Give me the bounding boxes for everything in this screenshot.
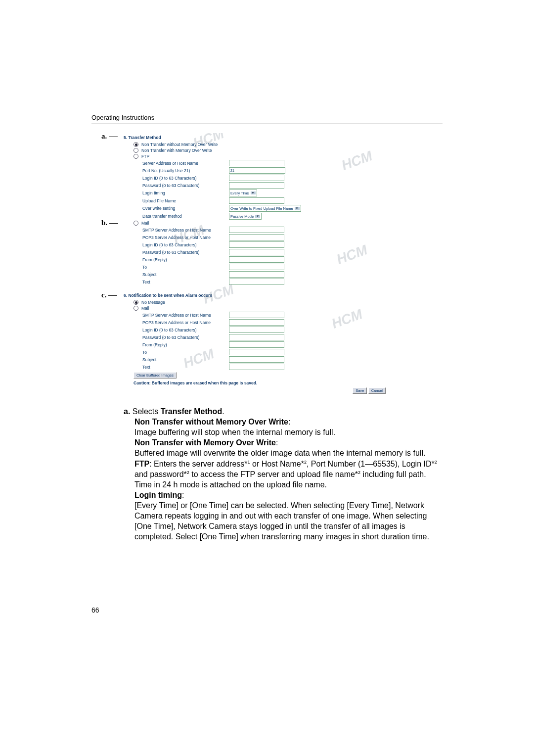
mail-to-label: To bbox=[142, 265, 229, 270]
page-header: Operating Instructions bbox=[91, 114, 443, 124]
mail2-smtp-label: SMTP Server Address or Host Name bbox=[142, 313, 229, 318]
mail-from-label: From (Reply) bbox=[142, 257, 229, 262]
page-number: 66 bbox=[91, 606, 443, 614]
section6-title: 6. Notification to be sent when Alarm oc… bbox=[124, 293, 400, 298]
ftp-upfile-label: Upload File Name bbox=[142, 198, 229, 203]
ftp-method-label: Data transfer method bbox=[142, 214, 229, 219]
mail2-smtp-input[interactable] bbox=[229, 312, 284, 318]
mail2-pop3-label: POP3 Server Address or Host Name bbox=[142, 320, 229, 325]
mail2-to-input[interactable] bbox=[229, 349, 284, 355]
cancel-button[interactable]: Cancel bbox=[368, 387, 386, 394]
ftp-server-label: Server Address or Host Name bbox=[142, 161, 229, 166]
mail2-pass-label: Password (0 to 63 Characters) bbox=[142, 335, 229, 340]
mail-pop3-input[interactable] bbox=[229, 234, 284, 240]
ftp-overwrite-select[interactable]: Over Write to Fixed Upload File Name▼ bbox=[229, 205, 301, 212]
mail-smtp-label: SMTP Server Address or Host Name bbox=[142, 228, 229, 233]
ftp-server-input[interactable] bbox=[229, 160, 284, 166]
mail2-text-input[interactable] bbox=[229, 364, 284, 370]
mail-login-input[interactable] bbox=[229, 241, 284, 248]
ftp-port-input[interactable]: 21 bbox=[229, 167, 285, 174]
screenshot-figure: a. HCM HCM HCM HCM HCM HCM HCM 5. Transf… bbox=[124, 133, 443, 394]
mail-from-input[interactable] bbox=[229, 256, 284, 263]
callout-a: a. bbox=[101, 132, 118, 141]
mail-subject-input[interactable] bbox=[229, 271, 284, 278]
mail2-login-input[interactable] bbox=[229, 327, 284, 333]
callout-c: c. bbox=[101, 291, 117, 299]
mail-pop3-label: POP3 Server Address or Host Name bbox=[142, 235, 229, 240]
callout-b: b. bbox=[101, 219, 118, 227]
ftp-method-select[interactable]: Passive Mode▼ bbox=[229, 213, 262, 220]
ftp-timing-label: Login timing bbox=[142, 190, 229, 195]
radio-nomessage[interactable]: No Message bbox=[134, 300, 400, 305]
ftp-pass-input[interactable] bbox=[229, 182, 284, 189]
body-text: a. Selects Transfer Method. Non Transfer… bbox=[124, 406, 443, 542]
mail2-subject-input[interactable] bbox=[229, 356, 284, 363]
ftp-port-label: Port No. (Usually Use 21) bbox=[142, 168, 229, 173]
radio-mail2[interactable]: Mail bbox=[134, 306, 400, 311]
ftp-login-label: Login ID (0 to 63 Characters) bbox=[142, 176, 229, 181]
mail-login-label: Login ID (0 to 63 Characters) bbox=[142, 242, 229, 247]
radio-nontransfer-with[interactable]: Non Transfer with Memory Over Write bbox=[134, 148, 400, 153]
save-button[interactable]: Save bbox=[353, 387, 367, 394]
mail-smtp-input[interactable] bbox=[229, 227, 284, 233]
ftp-login-input[interactable] bbox=[229, 175, 284, 181]
ftp-pass-label: Password (0 to 63 Characters) bbox=[142, 183, 229, 188]
mail2-text-label: Text bbox=[142, 365, 229, 370]
mail2-subject-label: Subject bbox=[142, 357, 229, 362]
section5-title: 5. Transfer Method bbox=[124, 135, 400, 140]
radio-nontransfer-without[interactable]: Non Transfer without Memory Over Write bbox=[134, 142, 400, 147]
radio-ftp[interactable]: FTP bbox=[134, 154, 400, 159]
mail-text-input[interactable] bbox=[229, 279, 284, 285]
mail-to-input[interactable] bbox=[229, 264, 284, 270]
mail2-from-input[interactable] bbox=[229, 341, 284, 348]
ftp-overwrite-label: Over write setting bbox=[142, 206, 229, 211]
clear-buffered-button[interactable]: Clear Buffered Images bbox=[134, 372, 177, 378]
ftp-timing-select[interactable]: Every Time▼ bbox=[229, 189, 257, 196]
ftp-upfile-input[interactable] bbox=[229, 197, 284, 204]
mail2-from-label: From (Reply) bbox=[142, 342, 229, 347]
mail-pass-label: Password (0 to 63 Characters) bbox=[142, 250, 229, 255]
radio-mail[interactable]: Mail bbox=[134, 221, 400, 226]
mail2-pop3-input[interactable] bbox=[229, 319, 284, 326]
caution-text: Caution: Buffered images are erased when… bbox=[134, 380, 400, 385]
mail-subject-label: Subject bbox=[142, 272, 229, 277]
mail-text-label: Text bbox=[142, 280, 229, 284]
mail2-pass-input[interactable] bbox=[229, 334, 284, 340]
mail2-to-label: To bbox=[142, 350, 229, 355]
mail2-login-label: Login ID (0 to 63 Characters) bbox=[142, 328, 229, 332]
mail-pass-input[interactable] bbox=[229, 249, 284, 255]
